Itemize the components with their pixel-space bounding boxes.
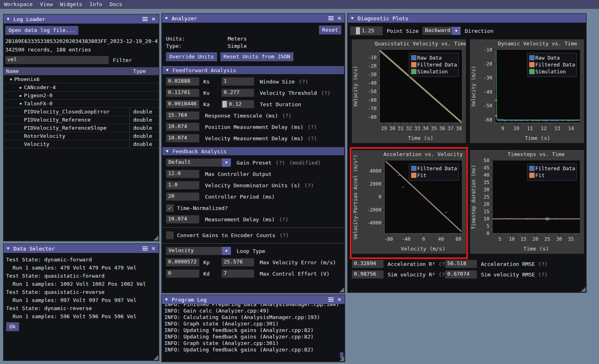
slider-grabber[interactable] [222,101,227,107]
close-icon[interactable]: × [337,296,341,303]
max-control-effort-input[interactable]: 7 [222,270,254,278]
menu-workspace[interactable]: Workspace [4,0,32,9]
max-velocity-error-input[interactable]: 25.576 [222,258,254,266]
program-log-titlebar[interactable]: ▼ Program Log × [162,295,345,304]
resize-grip[interactable] [153,236,158,240]
data-selector-titlebar[interactable]: ▼ Data Selector × [4,244,159,253]
chevron-down-icon[interactable]: ▼ [452,27,461,35]
diagnostic-plots-titlebar[interactable]: ▼ Diagnostic Plots [348,14,586,23]
menu-icon[interactable] [328,16,334,20]
table-row[interactable]: ▼Phoenix6 [4,75,159,84]
convert-gains-checkbox[interactable] [166,231,174,239]
tree-expand-icon[interactable]: ▶ [17,86,24,90]
table-row[interactable]: ▶Pigeon2-0 [4,92,159,100]
position-delay-input[interactable]: 10.074 [166,123,199,131]
help-icon[interactable]: (?) [321,90,330,96]
acceleration-rmse-input[interactable]: 56.518 [445,260,477,268]
resize-grip[interactable] [339,287,344,292]
reset-button[interactable]: Reset [319,26,341,34]
acceleration-r2-input[interactable]: 0.32894 [352,260,384,268]
controller-period-input[interactable]: 20 [166,193,199,201]
help-icon[interactable]: (?) [308,124,317,130]
velocity-threshold-input[interactable]: 0.277 [222,89,254,97]
chevron-down-icon[interactable]: ▼ [222,158,231,167]
velocity-delay-input[interactable]: 10.074 [166,134,199,142]
time-normalized-checkbox[interactable]: ✓ [166,204,174,212]
section-feedforward-analysis[interactable]: ▼ Feedforward Analysis [162,66,344,74]
table-row[interactable]: PIDVelocity_Reference double [4,116,159,124]
response-timescale-input[interactable]: 15.764 [166,111,199,120]
plot-timesteps-vs-time[interactable]: Timesteps vs. Time5101520253035051015202… [470,150,584,254]
menu-view[interactable]: View [40,0,52,9]
reset-units-button[interactable]: Reset Units from JSON [220,52,293,61]
velocity-denominator-input[interactable]: 1.0 [166,181,199,189]
table-row[interactable]: Velocity double [4,140,159,148]
help-icon[interactable]: (?) [280,232,289,238]
column-header-name[interactable]: Name [4,67,129,75]
help-icon[interactable]: (?) [276,160,285,166]
help-icon[interactable]: (?) [538,261,547,267]
plot-quasistatic-velocity-vs-time[interactable]: Quasistatic Velocity vs. Time29303132333… [352,39,466,143]
kv-input[interactable]: 0.11701 [166,89,199,97]
override-units-button[interactable]: Override Units [166,52,217,61]
close-icon[interactable]: × [337,15,341,21]
loop-type-dropdown[interactable]: Velocity ▼ [166,247,231,255]
sim-velocity-rmse-input[interactable]: 0.67074 [445,270,477,278]
measurement-delay-input[interactable]: 10.074 [166,215,199,223]
tree-expand-icon[interactable]: ▼ [17,102,24,106]
menu-icon[interactable] [142,246,148,251]
resize-grip[interactable] [581,287,586,292]
help-icon[interactable]: (?) [282,113,291,119]
collapse-icon[interactable]: ▼ [7,244,9,253]
test-duration-slider[interactable]: 0.12 [222,100,254,108]
analyzer-titlebar[interactable]: ▼ Analyzer × [162,14,345,23]
ka-input[interactable]: 0.0018446 [166,100,199,108]
menu-icon[interactable] [328,298,334,302]
ok-button[interactable]: Ok [6,322,19,331]
table-row[interactable]: RotorVelocity double [4,132,159,140]
plot-acceleration-vs-velocity[interactable]: Acceleration vs. Velocity-80-4004080-400… [352,150,466,254]
close-icon[interactable]: × [151,16,155,22]
ks-input[interactable]: 0.02888 [166,77,199,86]
section-feedback-analysis[interactable]: ▼ Feedback Analysis [162,147,344,155]
open-log-file-button[interactable]: Open data log file... [5,26,78,35]
kd-input[interactable]: 0 [166,270,199,278]
collapse-icon[interactable]: ▼ [165,295,168,304]
table-row[interactable]: ▼TalonFX-0 [4,100,159,108]
tree-expand-icon[interactable]: ▶ [17,94,24,98]
kp-input[interactable]: 0.0090572 [166,258,199,266]
plot-dynamic-velocity-vs-time[interactable]: Dynamic Velocity vs. Time91011121314-10-… [470,39,584,143]
log-loader-titlebar[interactable]: ▼ Log Loader × [4,15,159,24]
collapse-icon[interactable]: ▼ [7,15,9,24]
menu-info[interactable]: Info [90,0,102,9]
gain-preset-dropdown[interactable]: Default ▼ [166,158,231,167]
collapse-icon[interactable]: ▼ [165,14,168,23]
resize-grip[interactable] [339,356,344,361]
filter-input[interactable]: vel [5,56,109,64]
tree-expand-icon[interactable]: ▼ [8,77,14,81]
collapse-icon[interactable]: ▼ [351,14,353,23]
log-output[interactable]: INFO: Finished Preparing Data (AnalysisM… [162,304,345,362]
help-icon[interactable]: (?) [538,272,547,278]
table-row[interactable]: ▶CANcoder-4 [4,84,159,92]
slider-grabber[interactable] [356,27,360,34]
help-icon[interactable]: (?) [308,135,317,141]
point-size-slider[interactable]: 1.25 [350,26,383,35]
help-icon[interactable]: (?) [279,216,288,223]
resize-grip[interactable] [153,355,158,360]
menu-widgets[interactable]: Widgets [60,0,82,9]
max-controller-output-input[interactable]: 12.0 [166,170,199,178]
column-header-type[interactable]: Type [129,67,159,75]
sim-velocity-r2-input[interactable]: 0.98756 [352,270,384,278]
window-size-input[interactable]: 1 [222,77,254,86]
menu-docs[interactable]: Docs [110,0,122,9]
chevron-down-icon[interactable]: ▼ [222,247,231,255]
help-icon[interactable]: (?) [299,79,308,85]
table-row[interactable]: PIDVelocity_ClosedLoopError double [4,108,159,116]
direction-dropdown[interactable]: Backward ▼ [422,27,461,35]
menu-icon[interactable] [142,17,148,21]
close-icon[interactable]: × [151,245,155,252]
table-row[interactable]: PIDVelocity_ReferenceSlope double [4,124,159,132]
help-icon[interactable]: (?) [304,182,314,188]
entry-type: double [129,116,159,124]
